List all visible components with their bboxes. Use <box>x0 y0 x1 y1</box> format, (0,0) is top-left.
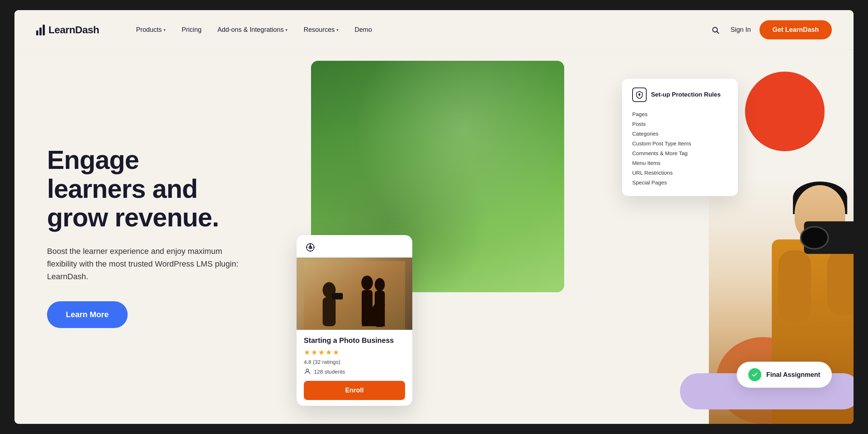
protection-list: Pages Posts Categories Custom Post Type … <box>632 109 728 187</box>
course-card: Starting a Photo Business ★★★★★ 4.8 (32 … <box>297 235 412 406</box>
list-item: Menu Items <box>632 158 728 168</box>
svg-point-8 <box>361 276 373 290</box>
get-learndash-button[interactable]: Get LearnDash <box>760 20 832 39</box>
svg-line-1 <box>717 31 719 33</box>
card-stars: ★★★★★ <box>304 348 405 357</box>
svg-point-13 <box>638 93 641 95</box>
students-icon <box>304 368 311 375</box>
svg-rect-4 <box>304 261 405 330</box>
nav-addons[interactable]: Add-ons & Integrations ▾ <box>209 23 295 37</box>
shield-icon <box>632 88 647 102</box>
navbar: LearnDash Products ▾ Pricing Add-ons & I… <box>14 10 854 50</box>
svg-rect-6 <box>323 297 336 326</box>
logo-bar-3 <box>43 25 45 35</box>
hero-left: Engage learners and grow revenue. Boost … <box>14 146 260 328</box>
nav-resources[interactable]: Resources ▾ <box>295 23 346 37</box>
page-container: LearnDash Products ▾ Pricing Add-ons & I… <box>14 10 854 424</box>
list-item: Pages <box>632 109 728 119</box>
list-item: Comments & More Tag <box>632 148 728 158</box>
logo-bar-1 <box>36 30 38 35</box>
red-circle-top-decoration <box>745 72 825 151</box>
person-arm-left <box>778 250 811 323</box>
logo-text: LearnDash <box>48 24 99 36</box>
card-title: Starting a Photo Business <box>304 336 405 345</box>
list-item: Special Pages <box>632 178 728 187</box>
list-item: Custom Post Type Items <box>632 139 728 148</box>
card-rating: 4.8 (32 ratings) <box>304 359 405 365</box>
final-assignment-text: Final Assignment <box>766 371 820 379</box>
protection-rules-card: Set-up Protection Rules Pages Posts Cate… <box>622 79 738 196</box>
card-image-svg <box>304 261 405 330</box>
nav-links: Products ▾ Pricing Add-ons & Integration… <box>128 23 709 37</box>
logo-bar-2 <box>39 27 42 35</box>
logo-icon <box>36 25 45 35</box>
svg-point-10 <box>375 278 385 291</box>
check-circle-icon <box>748 368 761 381</box>
sign-in-link[interactable]: Sign In <box>731 26 751 34</box>
list-item: Categories <box>632 129 728 139</box>
list-item: URL Restrictions <box>632 168 728 178</box>
logo-link[interactable]: LearnDash <box>36 24 99 36</box>
nav-demo[interactable]: Demo <box>346 23 380 37</box>
nav-products[interactable]: Products ▾ <box>128 23 174 37</box>
nav-pricing[interactable]: Pricing <box>174 23 209 37</box>
card-body: Starting a Photo Business ★★★★★ 4.8 (32 … <box>297 330 412 406</box>
hero-subtitle: Boost the learner experience and enjoy m… <box>47 245 239 283</box>
svg-point-12 <box>306 369 309 371</box>
addons-chevron-icon: ▾ <box>285 27 288 33</box>
products-chevron-icon: ▾ <box>163 27 166 33</box>
camera-lens <box>800 226 829 250</box>
list-item: Posts <box>632 119 728 129</box>
learn-more-button[interactable]: Learn More <box>47 301 128 328</box>
final-assignment-badge: Final Assignment <box>737 362 832 388</box>
hero-title: Engage learners and grow revenue. <box>47 146 239 232</box>
hero-section: Engage learners and grow revenue. Boost … <box>14 50 854 424</box>
resources-chevron-icon: ▾ <box>336 27 339 33</box>
protection-header: Set-up Protection Rules <box>632 88 728 102</box>
card-image-inner <box>297 258 412 330</box>
card-header <box>297 235 412 258</box>
learndash-logo-icon <box>304 241 317 254</box>
hero-right: Starting a Photo Business ★★★★★ 4.8 (32 … <box>260 50 854 424</box>
protection-title: Set-up Protection Rules <box>651 91 721 98</box>
svg-rect-7 <box>332 293 343 299</box>
nav-right: Sign In Get LearnDash <box>709 20 832 39</box>
enroll-button[interactable]: Enroll <box>304 381 405 400</box>
card-students: 128 students <box>304 368 405 375</box>
card-course-image <box>297 258 412 330</box>
person-arm-right <box>827 250 854 315</box>
search-icon[interactable] <box>709 24 722 37</box>
